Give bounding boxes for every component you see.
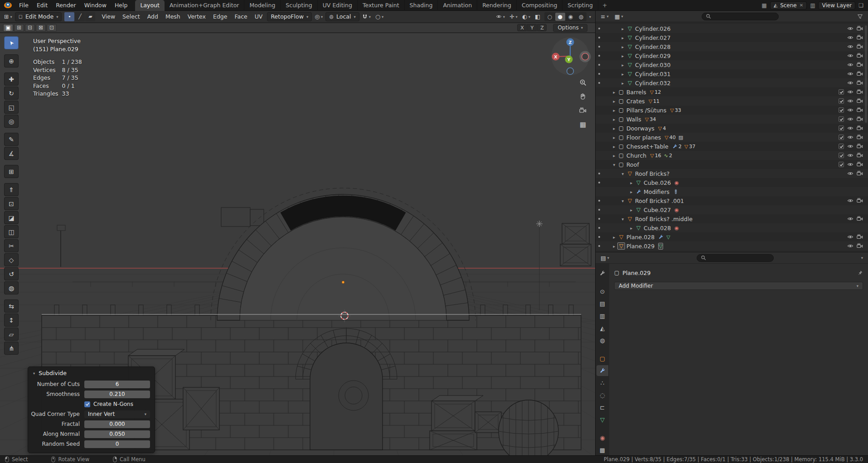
tool-shrink-fatten[interactable]: ↕	[4, 313, 19, 327]
create-ngons-checkbox[interactable]: Create N-Gons	[84, 401, 150, 407]
filter-button[interactable]	[855, 12, 865, 21]
add-workspace-button[interactable]: +	[598, 0, 611, 11]
tool-cursor[interactable]: ⊕	[4, 54, 19, 68]
field-along-normal[interactable]: 0.050	[84, 430, 150, 438]
expand-arrow-icon[interactable]: ▸	[611, 99, 617, 104]
camera-visibility-icon[interactable]	[857, 53, 863, 59]
outliner-scrollbar[interactable]	[865, 25, 867, 123]
hide-eye-icon[interactable]	[847, 89, 853, 95]
collection-checkbox[interactable]	[839, 98, 844, 104]
collection-checkbox[interactable]	[839, 144, 844, 149]
camera-visibility-icon[interactable]	[857, 134, 863, 140]
pin-icon[interactable]	[858, 270, 863, 275]
expand-arrow-icon[interactable]: ▸	[620, 72, 626, 77]
field-smoothness[interactable]: 0.210	[84, 391, 150, 398]
collection-checkbox[interactable]	[839, 135, 844, 140]
properties-tab-tool[interactable]	[596, 268, 608, 279]
xray-toggle[interactable]: ◧	[533, 12, 542, 21]
properties-tab-physics[interactable]: ◌	[596, 390, 608, 400]
expand-arrow-icon[interactable]: ▸	[620, 35, 626, 40]
outliner-row[interactable]: ▸▽Plane.029▽	[596, 241, 868, 251]
outliner-row[interactable]: ▸▢Doorways▽4	[596, 124, 868, 133]
expand-arrow-icon[interactable]: ▸	[611, 117, 617, 122]
expand-arrow-icon[interactable]: ▸	[620, 81, 626, 86]
viewport-menu-edge[interactable]: Edge	[209, 11, 231, 23]
tool-shear[interactable]: ▱	[4, 328, 19, 341]
menu-file[interactable]: File	[15, 0, 33, 11]
camera-visibility-icon[interactable]	[857, 143, 863, 150]
blender-logo-icon[interactable]	[4, 2, 12, 8]
overlays-toggle[interactable]: ◐▾	[520, 12, 532, 21]
hide-eye-icon[interactable]	[847, 198, 853, 204]
tool-rip-region[interactable]: ⋔	[4, 342, 19, 355]
mirror-x-toggle[interactable]: X	[517, 24, 527, 31]
expand-arrow-icon[interactable]: ▾	[611, 162, 617, 167]
properties-tab-object[interactable]: ▢	[596, 353, 608, 364]
viewport-menu-face[interactable]: Face	[231, 11, 251, 23]
workspace-tab-shading[interactable]: Shading	[405, 0, 438, 11]
outliner-row[interactable]: ▸▢Church▽16∿2	[596, 151, 868, 160]
hide-eye-icon[interactable]	[847, 62, 853, 68]
tool-extrude-region[interactable]: ⇑	[4, 183, 19, 196]
camera-view-icon[interactable]	[578, 106, 588, 116]
outliner-row[interactable]: ▸▽Cylinder.027	[596, 33, 868, 42]
expand-arrow-icon[interactable]: ▸	[611, 90, 617, 95]
expand-arrow-icon[interactable]: ▸	[611, 126, 617, 131]
outliner-row[interactable]: ▸▢Crates▽11	[596, 96, 868, 106]
retopoflow-menu[interactable]: RetopoFlow▾	[267, 12, 312, 21]
tool-measure[interactable]: ∡	[4, 147, 19, 160]
hide-eye-icon[interactable]	[847, 234, 853, 240]
hide-eye-icon[interactable]	[847, 152, 853, 159]
zoom-icon[interactable]	[578, 77, 588, 87]
expand-arrow-icon[interactable]: ▸	[611, 235, 617, 240]
workspace-tab-compositing[interactable]: Compositing	[517, 0, 563, 11]
properties-tab-constraints[interactable]: ⊏	[596, 402, 608, 413]
properties-search[interactable]	[697, 254, 774, 262]
outliner-row[interactable]: ▸▽Cylinder.030	[596, 60, 868, 69]
orientation-selector[interactable]: ◍Local▾	[325, 12, 359, 21]
outliner-row[interactable]: ▸▽Cylinder.032	[596, 78, 868, 87]
pan-hand-icon[interactable]	[578, 92, 588, 101]
properties-tab-particles[interactable]: ∴	[596, 377, 608, 388]
browse-scene-icon[interactable]: ▦	[761, 2, 767, 9]
tool-knife[interactable]: ✂	[4, 239, 19, 252]
select-mode-subtract[interactable]: ⊟	[25, 24, 35, 32]
workspace-tab-layout[interactable]: Layout	[135, 0, 165, 11]
viewport-3d[interactable]: User Perspective (151) Plane.029 Objects…	[0, 33, 595, 455]
viewport-menu-view[interactable]: View	[98, 11, 119, 23]
expand-arrow-icon[interactable]: ▸	[611, 144, 617, 149]
visibility-dropdown[interactable]: ▾	[494, 12, 507, 21]
camera-visibility-icon[interactable]	[857, 25, 863, 32]
workspace-tab-sculpting[interactable]: Sculpting	[281, 0, 317, 11]
expand-arrow-icon[interactable]: ▾	[620, 217, 626, 222]
tool-move[interactable]: ✚	[4, 72, 19, 86]
hide-eye-icon[interactable]	[847, 25, 853, 32]
collection-checkbox[interactable]	[839, 153, 844, 158]
properties-options-button[interactable]: ▾	[859, 253, 865, 262]
outliner-row[interactable]: ▸▢Pillars /Sütuns▽33	[596, 106, 868, 115]
tool-spin[interactable]: ↺	[4, 267, 19, 280]
properties-tab-modifiers[interactable]	[596, 365, 608, 376]
camera-visibility-icon[interactable]	[857, 170, 863, 177]
properties-tab-render[interactable]: ⊙	[596, 286, 608, 297]
camera-visibility-icon[interactable]	[857, 98, 863, 104]
properties-search-input[interactable]	[708, 255, 770, 261]
orthographic-grid-icon[interactable]: ▦	[578, 120, 588, 130]
hide-eye-icon[interactable]	[847, 43, 853, 50]
edge-select-button[interactable]: ╱	[75, 12, 85, 21]
hide-eye-icon[interactable]	[847, 80, 853, 86]
camera-visibility-icon[interactable]	[857, 116, 863, 122]
proportional-edit-toggle[interactable]: ○▾	[373, 12, 385, 21]
collection-checkbox[interactable]	[839, 116, 844, 122]
tool-edge-slide[interactable]: ⇆	[4, 299, 19, 313]
expand-arrow-icon[interactable]: ▸	[611, 244, 617, 249]
expand-arrow-icon[interactable]: ▸	[611, 135, 617, 140]
collection-checkbox[interactable]	[839, 125, 844, 131]
shading-rendered-button[interactable]: ◍	[576, 13, 586, 21]
camera-visibility-icon[interactable]	[857, 234, 863, 240]
outliner-row[interactable]: ▸▽Cube.026◉	[596, 178, 868, 187]
outliner-row[interactable]: ▸▢Floor planes▽40▨	[596, 133, 868, 142]
subdivide-panel-header[interactable]: ▾ Subdivide	[28, 367, 155, 379]
viewport-menu-vertex[interactable]: Vertex	[184, 11, 209, 23]
view-layer-browse-icon[interactable]: ▥	[809, 2, 816, 9]
